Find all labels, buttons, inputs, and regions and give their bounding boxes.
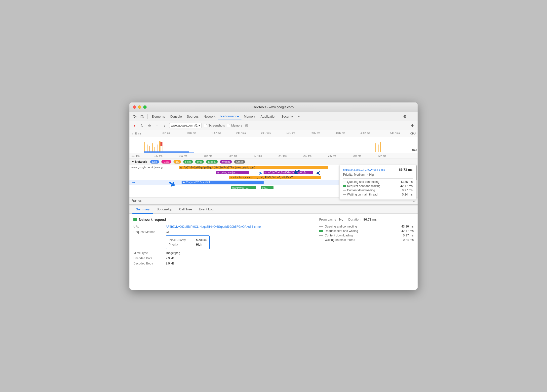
network-ruler: 127 ms 147 ms 167 ms 187 ms 207 ms 227 m… bbox=[129, 153, 418, 159]
svg-rect-5 bbox=[149, 146, 150, 152]
timing-content-val: 0.97 ms bbox=[403, 234, 414, 237]
filter-media[interactable]: Media bbox=[206, 160, 218, 164]
timing-queuing-label: Queuing and connecting bbox=[319, 225, 357, 228]
filter-doc[interactable]: Doc bbox=[150, 160, 159, 164]
net-ruler-307: 307 ms bbox=[353, 155, 361, 157]
filter-other[interactable]: Other bbox=[234, 160, 245, 164]
refresh-record-button[interactable]: ↻ bbox=[139, 123, 145, 128]
from-cache-label: From cache bbox=[319, 218, 336, 221]
svg-rect-10 bbox=[162, 146, 162, 152]
download-button[interactable]: ↓ bbox=[162, 123, 167, 128]
memory-settings-icon[interactable]: ⛁ bbox=[244, 123, 249, 128]
url-link[interactable]: AF2bZyivvJ92o5BiPi0CLIHaqa5IHNOi6SrpLrbf… bbox=[166, 225, 261, 229]
network-tooltip: https://lh3.goo…FGxOA=s64-c-mo 86.73 ms … bbox=[339, 165, 416, 200]
ruler-pause-icon: ⏸ 48 ms bbox=[131, 132, 141, 135]
clear-button[interactable]: ⊘ bbox=[147, 123, 152, 128]
tooltip-row-request: Request sent and waiting 42.17 ms bbox=[343, 184, 413, 188]
tab-sources[interactable]: Sources bbox=[184, 113, 201, 120]
tooltip-request-label: Request sent and waiting bbox=[343, 184, 381, 188]
close-button[interactable] bbox=[133, 105, 136, 109]
svg-rect-6 bbox=[152, 143, 153, 152]
tab-network[interactable]: Network bbox=[201, 113, 218, 120]
url-selector[interactable]: www.google.com #1 ▾ bbox=[169, 123, 202, 128]
perf-toolbar: ● ↻ ⊘ ↑ ↓ www.google.com #1 ▾ Screenshot… bbox=[129, 121, 418, 130]
request-method-value: GET bbox=[166, 230, 172, 234]
tab-event-log[interactable]: Event Log bbox=[195, 205, 217, 214]
row2-bar2-text: rs=AA2YrTsXU5hjdOZrxXehYcpWx5c… bbox=[265, 171, 309, 174]
filter-font[interactable]: Font bbox=[183, 160, 193, 164]
row1-label: www.google.com/ (www.g… bbox=[129, 166, 179, 169]
tab-memory[interactable]: Memory bbox=[241, 113, 258, 120]
tooltip-waiting-val: 0.24 ms bbox=[402, 193, 413, 196]
tab-call-tree[interactable]: Call Tree bbox=[176, 205, 195, 214]
svg-line-0 bbox=[135, 117, 136, 118]
svg-text:NET: NET bbox=[412, 148, 417, 151]
cpu-net-chart[interactable]: NET bbox=[129, 137, 418, 153]
summary-content: Network request URL AF2bZyivvJ92o5BiPi0C… bbox=[129, 214, 418, 271]
timing-line-icon-4 bbox=[319, 240, 323, 240]
from-cache-group: From cache No bbox=[319, 218, 343, 221]
selection-range[interactable] bbox=[144, 152, 194, 153]
tab-performance[interactable]: Performance bbox=[218, 113, 241, 120]
devtools-window: DevTools - www.google.com/ Elements Cons… bbox=[129, 102, 418, 290]
duration-value: 86.73 ms bbox=[363, 218, 377, 221]
timing-queuing: Queuing and connecting 43.36 ms bbox=[319, 225, 414, 228]
row1-bar-text: rs=AA2YrTv0taM5qVgw38gU_15kX9WFXe5TPw (w… bbox=[180, 166, 255, 169]
timing-line-icon-3 bbox=[319, 235, 323, 236]
filter-js[interactable]: JS bbox=[173, 160, 181, 164]
tooltip-row-content: Content downloading 0.97 ms bbox=[343, 189, 413, 192]
svg-rect-13 bbox=[375, 143, 376, 152]
tooltip-row-queuing: Queuing and connecting 43.36 ms bbox=[343, 180, 413, 184]
timing-content-label: Content downloading bbox=[319, 234, 353, 237]
minimize-button[interactable] bbox=[138, 105, 141, 109]
net-ruler-167: 167 ms bbox=[179, 155, 187, 157]
initial-priority-label: Initial Priority bbox=[169, 238, 196, 242]
mime-type-label: Mime Type bbox=[133, 251, 166, 255]
timing-request: Request sent and waiting 42.17 ms bbox=[319, 229, 414, 233]
network-request-title: Network request bbox=[133, 218, 309, 222]
settings-icon[interactable]: ⚙ bbox=[401, 113, 408, 120]
blue-arrow-row4: → bbox=[131, 180, 136, 185]
window-title: DevTools - www.google.com/ bbox=[253, 105, 294, 109]
net-ruler-147: 147 ms bbox=[154, 155, 162, 157]
encoded-data-label: Encoded Data bbox=[133, 257, 166, 260]
tab-more[interactable]: » bbox=[295, 113, 302, 120]
filter-wasm[interactable]: Wasm bbox=[220, 160, 232, 164]
tooltip-url: https://lh3.goo…FGxOA=s64-c-mo bbox=[343, 168, 385, 171]
timing-request-val: 42.17 ms bbox=[401, 229, 414, 233]
row2-bar1: m=cdos,hsm,jsa… bbox=[216, 171, 249, 174]
decoded-body-value: 2.9 kB bbox=[166, 262, 174, 265]
timing-queuing-val: 43.36 ms bbox=[401, 225, 414, 228]
tab-application[interactable]: Application bbox=[258, 113, 279, 120]
filter-css[interactable]: CSS bbox=[161, 160, 171, 164]
net-ruler-287: 287 ms bbox=[328, 155, 336, 157]
upload-button[interactable]: ↑ bbox=[154, 123, 160, 128]
decoded-body-row: Decoded Body 2.9 kB bbox=[133, 262, 309, 265]
ruler-label-5487: 5487 ms bbox=[390, 132, 400, 134]
traffic-lights bbox=[133, 105, 147, 109]
inspect-icon[interactable] bbox=[131, 113, 138, 120]
timing-request-label: Request sent and waiting bbox=[319, 229, 358, 233]
screenshots-checkbox-group: Screenshots bbox=[204, 124, 225, 127]
device-toolbar-icon[interactable] bbox=[139, 113, 146, 120]
section-title-text: Network request bbox=[139, 218, 166, 222]
tab-console[interactable]: Console bbox=[167, 113, 184, 120]
timing-waiting-val: 0.24 ms bbox=[403, 238, 414, 242]
capture-settings-icon[interactable]: ⚙ bbox=[410, 123, 415, 128]
net-ruler-247: 247 ms bbox=[278, 155, 287, 157]
timing-waiting: Waiting on main thread 0.24 ms bbox=[319, 238, 414, 242]
tab-summary[interactable]: Summary bbox=[132, 205, 153, 214]
memory-checkbox[interactable] bbox=[227, 124, 230, 127]
svg-rect-1 bbox=[141, 115, 143, 118]
memory-label: Memory bbox=[231, 124, 242, 127]
tab-elements[interactable]: Elements bbox=[149, 113, 167, 120]
ruler-label-987: 987 ms bbox=[162, 132, 170, 134]
filter-img[interactable]: Img bbox=[195, 160, 204, 164]
screenshots-checkbox[interactable] bbox=[204, 124, 207, 127]
tab-security[interactable]: Security bbox=[279, 113, 295, 120]
more-icon[interactable]: ⋮ bbox=[409, 113, 416, 120]
record-button[interactable]: ● bbox=[132, 123, 137, 128]
tab-bottom-up[interactable]: Bottom-Up bbox=[153, 205, 176, 214]
cache-duration-row: From cache No Duration 86.73 ms bbox=[319, 218, 414, 221]
maximize-button[interactable] bbox=[143, 105, 147, 109]
